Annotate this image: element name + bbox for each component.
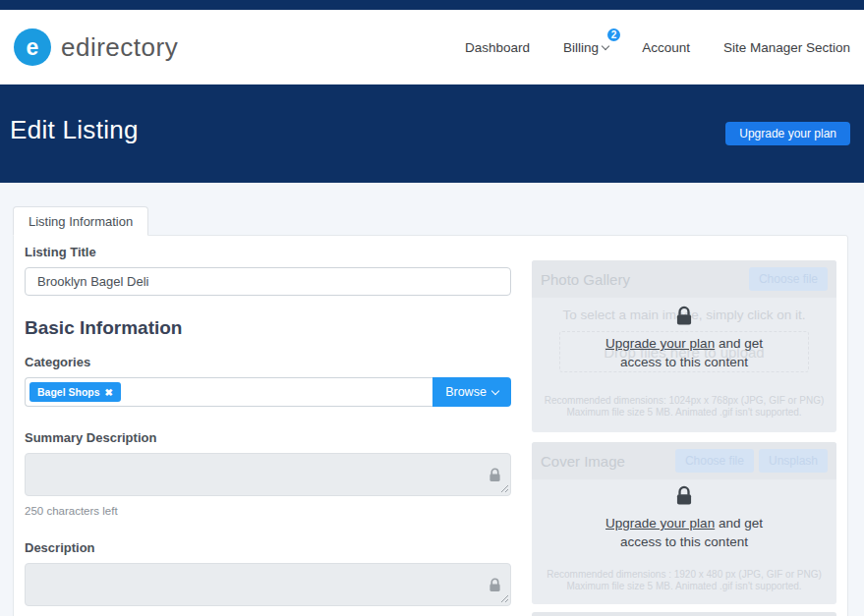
categories-input[interactable]: Bagel Shops ✖ [25,377,432,407]
cover-image-title: Cover Image [541,453,625,470]
cover-dim-line2: Maximum file size 5 MB. Animated .gif is… [532,581,836,592]
cover-upgrade-link[interactable]: Upgrade your plan [605,516,715,531]
basic-information-heading: Basic Information [25,317,511,339]
nav-item-site-manager[interactable]: Site Manager Section [723,40,850,55]
upgrade-plan-button[interactable]: Upgrade your plan [725,122,850,145]
summary-description-wrap [25,453,511,500]
cover-image-panel: Cover Image Choose file Unsplash Recomme… [532,442,836,604]
media-column: Photo Gallery Choose file To select a ma… [532,260,836,616]
gallery-upgrade-link[interactable]: Upgrade your plan [605,336,715,351]
gallery-dimensions-note: Recommended dimensions: 1024px x 768px (… [532,395,836,419]
gallery-choose-file-button: Choose file [749,267,828,291]
category-tag: Bagel Shops ✖ [29,382,121,402]
tab-listing-information[interactable]: Listing Information [13,206,148,236]
description-textarea [25,563,511,606]
nav-item-dashboard[interactable]: Dashboard [465,40,530,55]
gallery-upgrade-overlay: Upgrade your plan and get access to this… [532,306,836,371]
nav-item-account[interactable]: Account [642,40,690,55]
characters-left-hint: 250 characters left [25,505,511,517]
photo-gallery-header: Photo Gallery Choose file [532,260,836,298]
cover-choose-file-button: Choose file [675,449,754,473]
photo-gallery-title: Photo Gallery [541,271,630,288]
listing-title-input[interactable] [25,267,511,296]
summary-description-textarea [25,453,511,496]
browse-label: Browse [445,385,487,399]
cover-upgrade-overlay: Upgrade your plan and get access to this… [532,485,836,551]
description-label: Description [25,540,511,555]
billing-badge: 2 [605,27,622,43]
cover-dim-line1: Recommended dimensions : 1920 x 480 px (… [532,569,836,581]
category-tag-label: Bagel Shops [37,386,100,398]
main-nav: Dashboard Billing 2 Account Site Manager… [465,40,850,55]
resize-handle-icon [500,479,509,497]
content-area: Listing Information Listing Title Basic … [0,183,864,616]
next-panel-sliver [532,612,836,616]
logo-wordmark: edirectory [61,32,178,63]
nav-item-billing[interactable]: Billing 2 [563,40,608,55]
cover-image-header: Cover Image Choose file Unsplash [532,442,836,479]
categories-label: Categories [25,355,511,369]
lock-icon [675,485,693,510]
photo-gallery-panel: Photo Gallery Choose file To select a ma… [532,260,836,432]
lock-icon [675,306,693,330]
nav-billing-label: Billing [563,40,599,55]
page-title: Edit Listing [10,115,139,145]
hero-banner: Edit Listing Upgrade your plan [0,84,864,183]
cover-upgrade-text: Upgrade your plan and get access to this… [600,514,769,551]
logo-icon: e [14,28,51,66]
listing-form-card: Listing Title Basic Information Categori… [13,235,848,616]
form-column: Listing Title Basic Information Categori… [25,245,511,616]
cover-buttons: Choose file Unsplash [675,449,828,473]
logo[interactable]: e edirectory [14,28,178,66]
nav-account-label: Account [642,40,690,55]
top-accent-strip [0,0,864,10]
cover-unsplash-button: Unsplash [759,449,828,473]
gallery-dim-line1: Recommended dimensions: 1024px x 768px (… [532,395,836,407]
nav-dashboard-label: Dashboard [465,40,530,55]
chevron-down-icon [491,386,499,394]
listing-title-label: Listing Title [25,245,511,259]
app-header: e edirectory Dashboard Billing 2 Account… [0,10,864,84]
cover-dimensions-note: Recommended dimensions : 1920 x 480 px (… [532,569,836,592]
chevron-down-icon [602,41,609,49]
categories-row: Bagel Shops ✖ Browse [25,377,511,407]
summary-description-label: Summary Description [25,430,511,445]
browse-categories-button[interactable]: Browse [432,377,511,407]
remove-tag-icon[interactable]: ✖ [105,387,113,398]
gallery-dim-line2: Maximum file size 5 MB. Animated .gif is… [532,407,836,419]
resize-handle-icon [500,589,509,607]
nav-site-manager-label: Site Manager Section [723,40,850,55]
description-wrap [25,563,511,610]
gallery-upgrade-text: Upgrade your plan and get access to this… [600,334,769,371]
